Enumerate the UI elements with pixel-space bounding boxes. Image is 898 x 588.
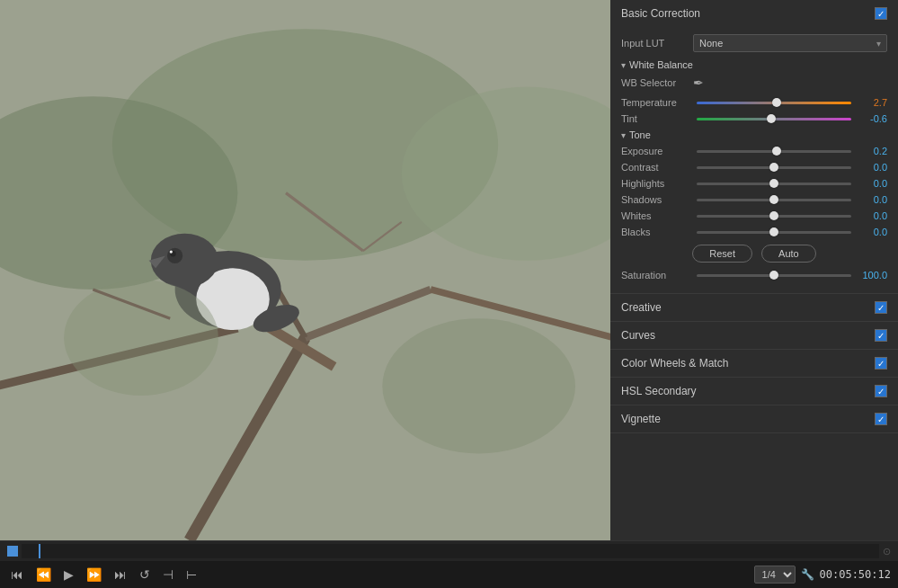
- blacks-value: 0.0: [855, 227, 887, 237]
- eyedropper-icon[interactable]: ✒: [693, 76, 704, 90]
- highlights-thumb[interactable]: [769, 179, 778, 188]
- vignette-header[interactable]: Vignette: [610, 405, 898, 432]
- temperature-slider[interactable]: [697, 102, 851, 104]
- timeline-ruler-row: ⊙: [0, 541, 898, 561]
- saturation-slider[interactable]: [697, 274, 851, 277]
- vignette-title: Vignette: [621, 413, 661, 425]
- blacks-thumb[interactable]: [769, 227, 778, 236]
- mark-in-button[interactable]: ⊣: [159, 566, 177, 584]
- hsl-header[interactable]: HSL Secondary: [610, 378, 898, 405]
- temperature-value: 2.7: [855, 97, 887, 108]
- whites-value: 0.0: [855, 210, 887, 221]
- curves-checkbox[interactable]: [875, 329, 887, 342]
- whites-label: Whites: [621, 210, 693, 221]
- right-panel: Basic Correction Input LUT None ▾ ▾ Whit…: [610, 0, 898, 540]
- creative-checkbox[interactable]: [875, 301, 887, 314]
- svg-rect-23: [0, 0, 610, 540]
- playback-row: ⏮ ⏪ ▶ ⏩ ⏭ ↺ ⊣ ⊢ 1/4 🔧 00:05:50:12: [0, 561, 898, 588]
- white-balance-header[interactable]: ▾ White Balance: [621, 59, 887, 70]
- blacks-label: Blacks: [621, 227, 693, 237]
- mark-out-button[interactable]: ⊢: [182, 566, 200, 584]
- saturation-thumb[interactable]: [769, 271, 778, 280]
- contrast-label: Contrast: [621, 162, 693, 173]
- creative-section: Creative: [610, 294, 898, 322]
- shadows-slider[interactable]: [697, 199, 851, 201]
- shadows-row: Shadows 0.0: [621, 194, 887, 205]
- color-wheels-title: Color Wheels & Match: [621, 357, 728, 370]
- exposure-row: Exposure 0.2: [621, 146, 887, 156]
- lut-value: None: [699, 38, 723, 49]
- exposure-label: Exposure: [621, 146, 693, 156]
- color-wheels-checkbox[interactable]: [875, 357, 887, 370]
- loop-button[interactable]: ↺: [136, 566, 154, 584]
- shadows-label: Shadows: [621, 194, 693, 205]
- contrast-slider[interactable]: [697, 166, 851, 169]
- lut-label: Input LUT: [621, 38, 693, 49]
- step-back-button[interactable]: ⏪: [32, 566, 55, 584]
- timecode-area: 1/4 🔧 00:05:50:12: [754, 566, 891, 584]
- wb-collapse-icon: ▾: [621, 60, 626, 70]
- tone-title: Tone: [629, 129, 651, 140]
- creative-title: Creative: [621, 301, 662, 314]
- blacks-slider[interactable]: [697, 231, 851, 234]
- main-area: Basic Correction Input LUT None ▾ ▾ Whit…: [0, 0, 898, 540]
- contrast-row: Contrast 0.0: [621, 162, 887, 173]
- timeline-track[interactable]: [22, 544, 879, 558]
- tint-value: -0.6: [855, 113, 887, 124]
- shadows-thumb[interactable]: [769, 195, 778, 204]
- hsl-checkbox[interactable]: [875, 385, 887, 397]
- exposure-slider[interactable]: [697, 150, 851, 153]
- basic-correction-header[interactable]: Basic Correction: [610, 0, 898, 27]
- basic-correction-section: Basic Correction Input LUT None ▾ ▾ Whit…: [610, 0, 898, 294]
- temperature-thumb[interactable]: [772, 98, 781, 107]
- playhead-line: [39, 544, 40, 558]
- temperature-label: Temperature: [621, 97, 693, 108]
- contrast-thumb[interactable]: [769, 163, 778, 172]
- curves-title: Curves: [621, 329, 655, 342]
- quality-select[interactable]: 1/4: [754, 566, 796, 584]
- exposure-value: 0.2: [855, 146, 887, 156]
- tone-collapse-icon: ▾: [621, 130, 626, 140]
- whites-row: Whites 0.0: [621, 210, 887, 221]
- whites-thumb[interactable]: [769, 211, 778, 220]
- highlights-row: Highlights 0.0: [621, 178, 887, 189]
- reset-button[interactable]: Reset: [692, 245, 752, 263]
- highlights-slider[interactable]: [697, 183, 851, 185]
- creative-header[interactable]: Creative: [610, 294, 898, 321]
- tone-header[interactable]: ▾ Tone: [621, 129, 887, 140]
- lut-dropdown-arrow: ▾: [876, 39, 881, 49]
- curves-header[interactable]: Curves: [610, 322, 898, 349]
- tint-slider[interactable]: [697, 118, 851, 120]
- whites-slider[interactable]: [697, 215, 851, 218]
- exposure-thumb[interactable]: [772, 147, 781, 156]
- play-button[interactable]: ▶: [60, 566, 77, 584]
- basic-correction-title: Basic Correction: [621, 7, 700, 20]
- timecode-display: 00:05:50:12: [820, 568, 891, 581]
- wb-selector-label: WB Selector: [621, 77, 693, 88]
- go-to-end-button[interactable]: ⏭: [111, 566, 130, 584]
- wb-title: White Balance: [629, 59, 693, 70]
- highlights-label: Highlights: [621, 178, 693, 189]
- saturation-value: 100.0: [855, 270, 887, 281]
- shadows-value: 0.0: [855, 194, 887, 205]
- highlights-value: 0.0: [855, 178, 887, 189]
- wrench-icon: 🔧: [801, 568, 814, 581]
- tint-thumb[interactable]: [767, 114, 776, 123]
- basic-correction-content: Input LUT None ▾ ▾ White Balance WB Sele…: [610, 27, 898, 293]
- playhead-indicator: [7, 546, 18, 557]
- video-preview: [0, 0, 610, 540]
- tint-label: Tint: [621, 113, 693, 124]
- go-to-start-button[interactable]: ⏮: [7, 566, 27, 584]
- timeline-area: ⊙ ⏮ ⏪ ▶ ⏩ ⏭ ↺ ⊣ ⊢ 1/4 🔧 00:05:50:12: [0, 540, 898, 588]
- basic-correction-checkbox[interactable]: [875, 7, 887, 20]
- color-wheels-header[interactable]: Color Wheels & Match: [610, 350, 898, 377]
- step-forward-button[interactable]: ⏩: [83, 566, 105, 584]
- lut-row: Input LUT None ▾: [621, 34, 887, 52]
- vignette-checkbox[interactable]: [875, 413, 887, 425]
- tint-row: Tint -0.6: [621, 113, 887, 124]
- contrast-value: 0.0: [855, 162, 887, 173]
- lut-select[interactable]: None ▾: [693, 34, 887, 52]
- temperature-row: Temperature 2.7: [621, 97, 887, 108]
- curves-section: Curves: [610, 322, 898, 350]
- auto-button[interactable]: Auto: [761, 245, 816, 263]
